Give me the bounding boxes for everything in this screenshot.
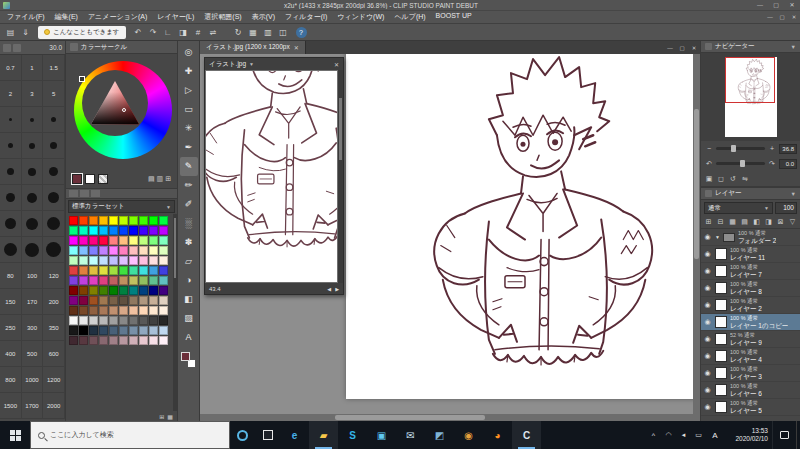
color-swatch[interactable] — [99, 236, 108, 245]
hue-marker[interactable] — [79, 76, 85, 82]
color-swatch[interactable] — [109, 256, 118, 265]
color-swatch[interactable] — [119, 276, 128, 285]
color-grid-scrollbar[interactable] — [173, 214, 177, 411]
color-swatch[interactable] — [139, 276, 148, 285]
color-swatch[interactable] — [139, 306, 148, 315]
color-swatch[interactable] — [139, 266, 148, 275]
navigator-button-2[interactable]: ↺ — [728, 175, 738, 183]
color-swatch[interactable] — [139, 256, 148, 265]
eraser-tool[interactable]: ▱ — [180, 252, 198, 271]
layer-panel-icon-6[interactable]: ⊠ — [775, 218, 786, 226]
layer-panel-icon-3[interactable]: ▤ — [739, 218, 750, 226]
color-swatch[interactable] — [89, 306, 98, 315]
color-swatch[interactable] — [79, 256, 88, 265]
brush-size-cell[interactable]: 350 — [43, 315, 65, 341]
brush-size-cell[interactable] — [0, 237, 22, 263]
rotate-slider[interactable] — [716, 162, 765, 165]
transparent-color-chip[interactable] — [98, 174, 108, 184]
snap-grid-icon[interactable]: # — [192, 26, 205, 39]
color-swatch[interactable] — [129, 266, 138, 275]
layer-visibility-icon[interactable]: ◉ — [703, 352, 712, 360]
menu-item-4[interactable]: 選択範囲(S) — [199, 12, 246, 22]
move-tool[interactable]: ✚ — [180, 62, 198, 81]
brush-size-cell[interactable] — [22, 185, 44, 211]
color-swatch[interactable] — [109, 326, 118, 335]
sub-view-dropdown-icon[interactable]: ▼ — [249, 61, 254, 67]
layer-panel-icon-5[interactable]: ◨ — [763, 218, 774, 226]
color-swatch[interactable] — [99, 266, 108, 275]
brush-size-cell[interactable]: 1700 — [22, 393, 44, 419]
brush-size-cell[interactable] — [22, 159, 44, 185]
color-swatch[interactable] — [119, 226, 128, 235]
next-icon[interactable]: ▶ — [335, 286, 339, 292]
layer-menu-icon[interactable]: ▼ — [791, 191, 796, 197]
layer-opacity-field[interactable]: 100 — [775, 202, 797, 214]
brush-size-cell[interactable]: 1200 — [43, 367, 65, 393]
pen-tool[interactable]: ✎ — [180, 157, 198, 176]
layer-row-1[interactable]: ◉100 % 通常レイヤー 11 — [701, 246, 800, 263]
color-swatch[interactable] — [119, 256, 128, 265]
network-icon[interactable]: ◠ — [661, 421, 676, 449]
color-swatch[interactable] — [129, 256, 138, 265]
color-swatch[interactable] — [159, 316, 168, 325]
color-swatch[interactable] — [119, 266, 128, 275]
color-swatch[interactable] — [69, 326, 78, 335]
canvas-close-button[interactable]: ✕ — [688, 45, 700, 51]
brush-panel-tab2-icon[interactable] — [13, 44, 21, 52]
color-swatch[interactable] — [79, 226, 88, 235]
fill-tool[interactable]: ◧ — [180, 290, 198, 309]
zoom-out-icon[interactable]: − — [704, 145, 714, 152]
color-swatch[interactable] — [139, 226, 148, 235]
menu-item-1[interactable]: 編集(E) — [50, 12, 83, 22]
layer-row-2[interactable]: ◉100 % 通常レイヤー 7 — [701, 263, 800, 280]
layer-visibility-icon[interactable]: ◉ — [703, 233, 712, 241]
brush-size-cell[interactable]: 2000 — [43, 393, 65, 419]
maximize-button[interactable]: ▢ — [768, 0, 784, 10]
taskbar-clock[interactable]: 13:53 2020/02/10 — [724, 421, 772, 449]
layer-row-4[interactable]: ◉100 % 通常レイヤー 2 — [701, 297, 800, 314]
color-swatch[interactable] — [109, 246, 118, 255]
tool-color-chips[interactable] — [180, 351, 198, 371]
color-swatch[interactable] — [139, 326, 148, 335]
color-swatch[interactable] — [129, 226, 138, 235]
blend-mode-dropdown[interactable]: 通常 ▼ — [704, 202, 773, 214]
brush-size-cell[interactable]: 3 — [22, 81, 44, 107]
zoom-in-icon[interactable]: + — [767, 145, 777, 152]
color-swatch[interactable] — [149, 236, 158, 245]
layer-row-9[interactable]: ◉100 % 通常レイヤー 6 — [701, 382, 800, 399]
color-swatch[interactable] — [139, 296, 148, 305]
gradient-tool[interactable]: ▨ — [180, 309, 198, 328]
color-swatch[interactable] — [119, 326, 128, 335]
sub-view-scrollbar[interactable] — [338, 70, 343, 283]
sub-view-window[interactable]: イラスト.jpg ▼ ✕ 43.4 ◀ ▶ — [204, 57, 344, 295]
color-swatch[interactable] — [129, 326, 138, 335]
zoom-tool[interactable]: ◎ — [180, 43, 198, 62]
color-swatch[interactable] — [129, 306, 138, 315]
volume-icon[interactable]: ◂ — [676, 421, 691, 449]
menu-item-2[interactable]: アニメーション(A) — [83, 12, 152, 22]
color-swatch[interactable] — [99, 336, 108, 345]
layer-visibility-icon[interactable]: ◉ — [703, 386, 712, 394]
battery-icon[interactable]: ▭ — [691, 421, 706, 449]
brush-size-cell[interactable] — [0, 211, 22, 237]
taskbar-app-photos[interactable]: ◩ — [425, 421, 454, 449]
snap-special-ruler-icon[interactable]: ◨ — [177, 26, 190, 39]
color-swatch[interactable] — [89, 326, 98, 335]
pencil-tool[interactable]: ✏ — [180, 176, 198, 195]
canvas-restore-button[interactable]: ▢ — [676, 45, 688, 51]
layer-panel-icon-2[interactable]: ▦ — [727, 218, 738, 226]
color-wheel-tab-icon[interactable] — [70, 43, 78, 51]
color-swatch[interactable] — [79, 316, 88, 325]
color-swatch[interactable] — [69, 286, 78, 295]
decoration-tool[interactable]: ✽ — [180, 233, 198, 252]
color-swatch[interactable] — [159, 226, 168, 235]
color-swatch[interactable] — [109, 266, 118, 275]
layer-panel-icon-7[interactable]: ▽ — [787, 218, 798, 226]
color-swatch[interactable] — [119, 246, 128, 255]
color-swatch[interactable] — [79, 266, 88, 275]
color-swatch[interactable] — [109, 306, 118, 315]
color-swatch[interactable] — [149, 256, 158, 265]
menu-item-9[interactable]: BOOST UP — [431, 12, 477, 22]
taskbar-app-chrome[interactable]: ◉ — [454, 421, 483, 449]
brush-size-cell[interactable] — [43, 107, 65, 133]
